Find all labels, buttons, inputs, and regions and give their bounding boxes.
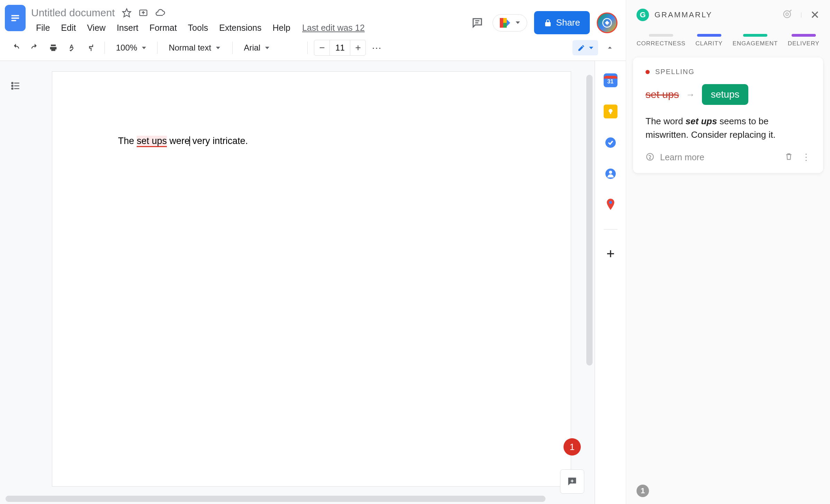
svg-marker-12 — [605, 20, 610, 25]
tab-delivery[interactable]: DELIVERY — [788, 34, 820, 47]
share-button[interactable]: Share — [534, 11, 590, 34]
svg-rect-7 — [500, 18, 503, 28]
tasks-icon[interactable] — [604, 136, 617, 150]
svg-marker-10 — [507, 19, 510, 26]
contacts-icon[interactable] — [604, 167, 617, 181]
paint-format-button[interactable] — [83, 40, 98, 55]
menubar: File Edit View Insert Format Tools Exten… — [31, 21, 463, 35]
explore-button[interactable] — [560, 469, 584, 494]
chevron-down-icon — [216, 47, 220, 49]
document-body: The set ups were very intricate. 31 — [0, 61, 626, 504]
apply-suggestion-button[interactable]: setups — [702, 84, 749, 105]
svg-point-15 — [12, 85, 13, 87]
font-size-increase[interactable]: + — [350, 40, 366, 55]
docs-logo[interactable] — [5, 5, 26, 31]
side-panel: 31 — [595, 61, 626, 504]
font-size-control: − 11 + — [314, 40, 366, 56]
more-toolbar-button[interactable]: ⋯ — [369, 40, 385, 55]
arrow-icon: → — [686, 89, 695, 100]
add-addon-button[interactable] — [604, 247, 617, 261]
horizontal-scrollbar[interactable] — [6, 496, 545, 502]
grammarly-panel: G GRAMMARLY | ✕ CORRECTNESS CLARITY ENGA… — [626, 0, 830, 504]
style-value: Normal text — [169, 43, 211, 53]
svg-rect-20 — [610, 112, 611, 114]
svg-rect-0 — [11, 15, 19, 17]
chevron-down-icon — [265, 47, 269, 49]
vertical-scrollbar[interactable] — [586, 75, 593, 366]
outline-toggle[interactable] — [8, 78, 23, 93]
font-size-value[interactable]: 11 — [330, 40, 350, 55]
share-label: Share — [556, 17, 580, 28]
suggestion-category: SPELLING — [655, 68, 695, 76]
svg-point-17 — [12, 88, 13, 89]
redo-button[interactable] — [27, 40, 42, 55]
document-page[interactable]: The set ups were very intricate. — [52, 71, 571, 487]
svg-point-29 — [786, 13, 788, 16]
maps-icon[interactable] — [604, 198, 617, 212]
calendar-icon[interactable]: 31 — [604, 73, 617, 87]
move-icon[interactable] — [138, 8, 148, 18]
editing-mode-button[interactable] — [572, 40, 598, 55]
svg-point-13 — [12, 82, 13, 84]
menu-extensions[interactable]: Extensions — [214, 21, 266, 35]
grammarly-logo[interactable]: G — [637, 9, 649, 21]
svg-rect-9 — [503, 23, 507, 28]
menu-view[interactable]: View — [82, 21, 110, 35]
undo-button[interactable] — [8, 40, 24, 55]
svg-rect-2 — [11, 20, 16, 21]
tab-correctness[interactable]: CORRECTNESS — [637, 34, 685, 47]
menu-file[interactable]: File — [31, 21, 55, 35]
close-icon[interactable]: ✕ — [810, 8, 820, 21]
svg-point-28 — [784, 11, 791, 18]
meet-button[interactable] — [493, 14, 527, 32]
svg-point-23 — [609, 171, 612, 174]
cloud-icon[interactable] — [155, 8, 165, 18]
help-icon[interactable] — [646, 152, 655, 163]
font-value: Arial — [244, 43, 260, 53]
spelling-error[interactable]: set ups — [137, 136, 167, 147]
grammarly-tabs: CORRECTNESS CLARITY ENGAGEMENT DELIVERY — [626, 30, 830, 54]
svg-point-32 — [650, 158, 650, 159]
header-bar: Untitled document File Edit View Insert … — [0, 0, 626, 35]
avatar[interactable] — [597, 12, 617, 33]
category-dot — [646, 70, 650, 74]
menu-help[interactable]: Help — [268, 21, 295, 35]
spellcheck-button[interactable] — [64, 40, 80, 55]
svg-rect-1 — [11, 18, 19, 19]
style-select[interactable]: Normal text — [164, 40, 226, 55]
tab-clarity[interactable]: CLARITY — [695, 34, 723, 47]
tab-engagement[interactable]: ENGAGEMENT — [732, 34, 778, 47]
learn-more-link[interactable]: Learn more — [660, 152, 704, 162]
trash-icon[interactable] — [784, 152, 793, 163]
keep-icon[interactable] — [604, 105, 617, 118]
menu-edit[interactable]: Edit — [56, 21, 81, 35]
collapse-button[interactable] — [602, 40, 617, 55]
document-text[interactable]: The set ups were very intricate. — [118, 134, 505, 148]
toolbar: 100% Normal text Arial − 11 + ⋯ — [0, 35, 626, 61]
svg-line-30 — [790, 10, 791, 12]
last-edit-link[interactable]: Last edit was 12 — [302, 23, 365, 33]
target-icon[interactable] — [782, 9, 792, 21]
font-select[interactable]: Arial — [239, 40, 301, 55]
chevron-down-icon — [516, 21, 520, 24]
chevron-down-icon — [589, 47, 593, 49]
font-size-decrease[interactable]: − — [314, 40, 330, 55]
print-button[interactable] — [46, 40, 61, 55]
zoom-select[interactable]: 100% — [111, 40, 151, 55]
suggestion-card: SPELLING set ups → setups The word set u… — [633, 57, 823, 173]
zoom-value: 100% — [116, 43, 137, 53]
kebab-icon[interactable]: ⋮ — [802, 152, 811, 163]
original-word: set ups — [646, 89, 679, 100]
chevron-down-icon — [142, 47, 146, 49]
menu-tools[interactable]: Tools — [183, 21, 213, 35]
menu-insert[interactable]: Insert — [112, 21, 143, 35]
suggestion-count-badge[interactable]: 1 — [563, 438, 581, 456]
menu-format[interactable]: Format — [145, 21, 182, 35]
grammarly-title: GRAMMARLY — [655, 10, 712, 19]
suggestion-description: The word set ups seems to be miswritten.… — [646, 115, 811, 142]
grammarly-count[interactable]: 1 — [637, 485, 649, 497]
svg-point-24 — [609, 201, 612, 204]
comments-icon[interactable] — [469, 15, 486, 31]
star-icon[interactable] — [122, 8, 132, 18]
doc-title[interactable]: Untitled document — [31, 7, 115, 19]
